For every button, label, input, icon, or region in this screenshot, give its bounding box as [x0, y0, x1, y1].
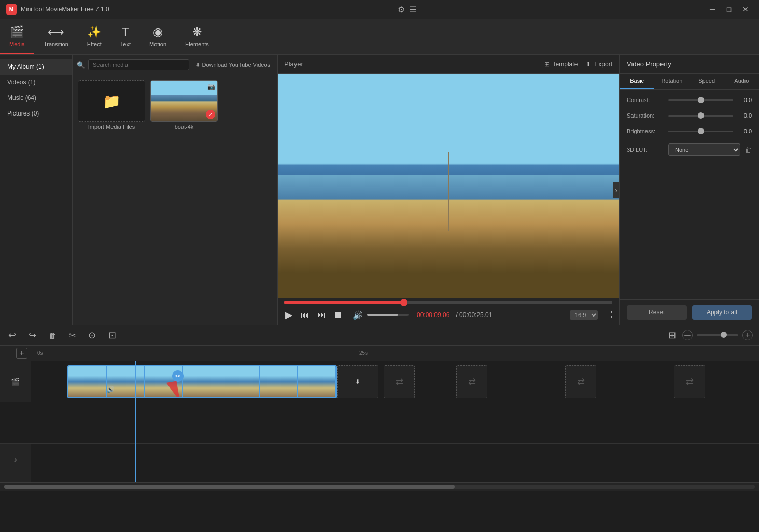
media-panel: 🔍 ⬇ Download YouTube Videos 📁 Import Med…: [73, 55, 277, 325]
toolbar-item-elements[interactable]: ❋ Elements: [176, 19, 218, 54]
contrast-label: Contrast:: [627, 97, 664, 103]
swap-icon-5: ⇄: [686, 376, 694, 387]
template-button[interactable]: ⊞ Template: [544, 61, 578, 68]
fullscreen-button[interactable]: ⛶: [604, 310, 612, 320]
grid-icon[interactable]: ⊞: [666, 327, 678, 343]
toolbar-item-transition[interactable]: ⟷ Transition: [34, 19, 78, 54]
check-icon: ✓: [206, 110, 215, 119]
volume-icon[interactable]: 🔊: [352, 309, 364, 321]
sidebar-item-my-album[interactable]: My Album (1): [0, 59, 72, 75]
volume-bar[interactable]: [367, 314, 409, 316]
tab-rotation[interactable]: Rotation: [654, 74, 689, 89]
horizontal-scrollbar[interactable]: [4, 485, 755, 489]
lut-delete-button[interactable]: 🗑: [744, 146, 752, 154]
search-input[interactable]: [88, 59, 189, 70]
zoom-controls: ⊞ ─ +: [666, 327, 753, 343]
collapse-panel-button[interactable]: ›: [613, 182, 619, 198]
sidebar-item-music[interactable]: Music (64): [0, 90, 72, 106]
play-button[interactable]: ▶: [284, 308, 293, 322]
brightness-value: 0.0: [737, 128, 752, 134]
zoom-slider[interactable]: [697, 334, 738, 336]
audio-button[interactable]: ⊙: [86, 327, 98, 343]
clip-label: boat-4k: [175, 124, 194, 130]
player-controls: ▶ ⏮ ⏭ ⏹ 🔊 00:00:09.06 / 00:00:25.01 16:9…: [278, 298, 619, 325]
swap-icon-4: ⇄: [577, 376, 585, 387]
aspect-ratio-select[interactable]: 16:9 9:16 1:1 4:3: [570, 310, 598, 320]
download-slot[interactable]: ⬇: [337, 365, 378, 398]
empty-track-label: [0, 402, 31, 444]
transition-slot-3[interactable]: ⇄: [456, 365, 487, 398]
folder-icon: 📁: [103, 93, 121, 110]
redo-button[interactable]: ↪: [26, 327, 38, 343]
reset-button[interactable]: Reset: [627, 305, 687, 320]
scrollbar-thumb[interactable]: [4, 485, 455, 489]
progress-bar[interactable]: [284, 301, 612, 304]
playhead[interactable]: [135, 361, 136, 482]
video-track: 🔊 ✂ Split ⇄ ⇄ ⬇: [31, 361, 759, 402]
search-icon: 🔍: [77, 61, 85, 69]
cut-button[interactable]: ✂: [67, 328, 78, 342]
lut-label: 3D LUT:: [627, 147, 664, 153]
sidebar-item-pictures[interactable]: Pictures (0): [0, 106, 72, 121]
next-frame-button[interactable]: ⏭: [316, 309, 327, 321]
timeline-area: + 0s 25s 🎬 ♪: [0, 346, 759, 491]
add-media-button[interactable]: +: [16, 348, 27, 359]
progress-bar-fill: [284, 301, 404, 304]
timeline-scrollbar: [0, 482, 759, 491]
timeline-tracks: 🎬 ♪: [0, 361, 759, 482]
saturation-slider[interactable]: [668, 115, 733, 117]
close-button[interactable]: ✕: [738, 4, 753, 15]
ruler-left: +: [6, 348, 37, 359]
toolbar-item-media[interactable]: 🎬 Media: [0, 19, 34, 54]
swap-icon-2: ⇄: [396, 376, 403, 387]
brightness-label: Brightness:: [627, 128, 664, 134]
transition-slot-2[interactable]: ⇄: [384, 365, 415, 398]
minimize-button[interactable]: ─: [705, 4, 720, 15]
player-video: [278, 74, 619, 298]
menu-icon[interactable]: ☰: [409, 5, 416, 15]
zoom-out-button[interactable]: ─: [682, 330, 693, 340]
tab-audio[interactable]: Audio: [724, 74, 759, 89]
download-youtube-button[interactable]: ⬇ Download YouTube Videos: [192, 60, 274, 70]
stop-button[interactable]: ⏹: [333, 309, 343, 321]
brightness-slider[interactable]: [668, 131, 733, 132]
export-button[interactable]: ⬆ Export: [586, 61, 612, 68]
zoom-thumb: [721, 332, 727, 338]
import-media-item[interactable]: 📁 Import Media Files: [78, 80, 145, 320]
zoom-in-button[interactable]: +: [742, 330, 753, 340]
camera-icon: 📷: [207, 83, 215, 90]
contrast-slider[interactable]: [668, 99, 733, 101]
maximize-button[interactable]: □: [722, 4, 736, 15]
delete-button[interactable]: 🗑: [47, 329, 59, 342]
video-clip[interactable]: 🔊 ✂ Split: [67, 365, 337, 398]
boat-clip-item[interactable]: 📷 ✓ boat-4k: [150, 80, 218, 320]
settings-icon[interactable]: ⚙: [398, 5, 405, 15]
tab-basic[interactable]: Basic: [620, 74, 654, 89]
lut-select[interactable]: None: [668, 143, 740, 156]
sidebar-item-videos[interactable]: Videos (1): [0, 75, 72, 90]
transition-slot-5[interactable]: ⇄: [674, 365, 705, 398]
crop-button[interactable]: ⊡: [106, 327, 118, 343]
media-search-bar: 🔍 ⬇ Download YouTube Videos: [73, 55, 277, 75]
progress-thumb[interactable]: [400, 299, 407, 306]
saturation-thumb: [698, 112, 704, 119]
transition-slot-4[interactable]: ⇄: [565, 365, 596, 398]
apply-all-button[interactable]: Apply to all: [692, 305, 752, 320]
contrast-row: Contrast: 0.0: [627, 97, 752, 103]
empty-track: [31, 402, 759, 444]
ruler-mark-0s: 0s: [37, 350, 43, 356]
total-time: / 00:00:25.01: [456, 311, 492, 319]
prev-frame-button[interactable]: ⏮: [300, 309, 310, 321]
saturation-slider-container: [668, 115, 733, 117]
toolbar-item-effect[interactable]: ✨ Effect: [78, 19, 111, 54]
import-label: Import Media Files: [88, 124, 135, 130]
tab-speed[interactable]: Speed: [690, 74, 724, 89]
split-cursor[interactable]: ✂ Split: [172, 370, 184, 382]
undo-button[interactable]: ↩: [6, 327, 18, 343]
template-icon: ⊞: [544, 61, 550, 68]
toolbar-item-motion[interactable]: ◉ Motion: [140, 19, 176, 54]
video-track-label: 🎬: [0, 361, 31, 402]
player-area: Player ⊞ Template ⬆ Export: [277, 55, 619, 325]
clip-thumb-6: [260, 366, 298, 397]
toolbar-item-text[interactable]: T Text: [111, 19, 140, 54]
